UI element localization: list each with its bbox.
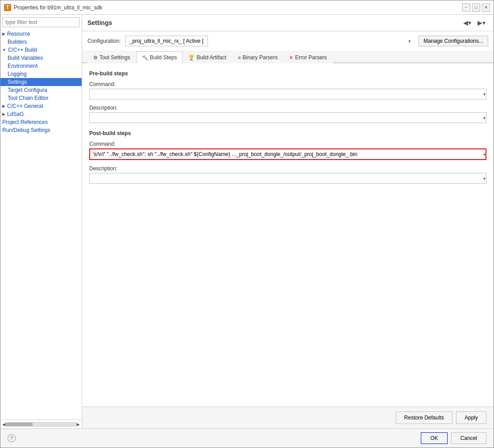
pre-build-command-label: Command:: [89, 81, 486, 87]
scrollbar-thumb[interactable]: [6, 423, 33, 426]
app-icon: T: [4, 4, 11, 11]
content-panel: Settings ◀▾ ▶▾ Configuration: _proj_ultr…: [82, 15, 494, 428]
apply-button[interactable]: Apply: [456, 411, 486, 424]
ok-button[interactable]: OK: [421, 432, 447, 444]
manage-configurations-button[interactable]: Manage Configurations...: [419, 36, 488, 46]
sidebar-item-target-configura[interactable]: Target Configura: [0, 86, 82, 94]
content-header: Settings ◀▾ ▶▾: [82, 15, 494, 31]
pre-build-description-dropdown-icon[interactable]: ▾: [483, 115, 486, 120]
pre-build-description-group: Description: ▾: [89, 105, 486, 123]
tab-build-artifact-label: Build Artifact: [196, 54, 226, 61]
tool-settings-icon: ⚙: [93, 55, 98, 61]
sidebar-item-tool-chain-editor[interactable]: Tool Chain Editor: [0, 94, 82, 102]
tab-binary-parsers-label: Binary Parsers: [243, 54, 278, 61]
tabs-bar: ⚙ Tool Settings 🔨 Build Steps 🏆 Build Ar…: [82, 51, 494, 63]
expand-icon: ▶: [2, 104, 5, 108]
config-label: Configuration:: [87, 38, 121, 44]
sidebar-item-project-references[interactable]: Project References: [0, 118, 82, 126]
sidebar-scrollbar[interactable]: ◀ ▶: [0, 419, 82, 428]
title-bar: T Properties for b91m_ultra_ll_mic_sdk −…: [0, 0, 494, 15]
error-parsers-icon: ✕: [289, 55, 293, 61]
pre-build-command-input[interactable]: [89, 89, 486, 99]
pre-build-title: Pre-build steps: [89, 70, 486, 77]
expand-icon: ▼: [2, 48, 6, 52]
pre-build-description-wrapper: ▾: [89, 112, 486, 123]
build-steps-icon: 🔨: [142, 55, 148, 61]
minimize-button[interactable]: −: [462, 4, 470, 12]
post-build-description-wrapper: ▾: [89, 173, 486, 184]
form-area: Pre-build steps Command: ▾ Description: …: [82, 63, 494, 407]
sidebar-item-logging[interactable]: Logging: [0, 70, 82, 78]
main-window: T Properties for b91m_ultra_ll_mic_sdk −…: [0, 0, 494, 448]
scroll-left-arrow[interactable]: ◀: [2, 422, 5, 427]
tab-error-parsers-label: Error Parsers: [295, 54, 327, 61]
post-build-command-label: Command:: [89, 141, 486, 147]
footer: ? OK Cancel: [0, 428, 494, 448]
tree-area: ▶ Resource Builders ▼ C/C++ Build Build …: [0, 30, 82, 419]
post-build-command-input[interactable]: [89, 148, 486, 160]
sidebar-item-builders[interactable]: Builders: [0, 38, 82, 46]
sidebar-item-build-variables[interactable]: Build Variables: [0, 54, 82, 62]
tab-tool-settings[interactable]: ⚙ Tool Settings: [87, 51, 136, 63]
pre-build-command-dropdown-icon[interactable]: ▾: [483, 92, 486, 97]
sidebar-item-ldsag[interactable]: ▶ LdSaG: [0, 110, 82, 118]
main-area: ▶ Resource Builders ▼ C/C++ Build Build …: [0, 15, 494, 428]
tab-tool-settings-label: Tool Settings: [100, 54, 130, 61]
post-build-command-wrapper: ▾: [89, 148, 486, 160]
build-artifact-icon: 🏆: [188, 55, 195, 61]
post-build-command-dropdown-icon[interactable]: ▾: [483, 152, 486, 157]
tab-build-steps-label: Build Steps: [150, 54, 177, 61]
tab-binary-parsers[interactable]: ≡ Binary Parsers: [232, 51, 283, 63]
post-build-description-input[interactable]: [89, 173, 486, 184]
pre-build-command-wrapper: ▾: [89, 89, 486, 99]
config-bar: Configuration: _proj_ultra_ll_mic_rx_ [ …: [82, 31, 494, 51]
pre-build-description-label: Description:: [89, 105, 486, 111]
filter-input[interactable]: [2, 17, 80, 27]
post-build-title: Post-build steps: [89, 130, 486, 136]
sidebar: ▶ Resource Builders ▼ C/C++ Build Build …: [0, 15, 82, 428]
tab-build-artifact[interactable]: 🏆 Build Artifact: [183, 51, 232, 63]
post-build-description-label: Description:: [89, 165, 486, 172]
tab-build-steps[interactable]: 🔨 Build Steps: [136, 51, 183, 63]
scrollbar-track[interactable]: [5, 422, 77, 427]
pre-build-section: Pre-build steps Command: ▾ Description: …: [89, 70, 486, 123]
sidebar-item-environment[interactable]: Environment: [0, 62, 82, 70]
sidebar-item-ccpp-general[interactable]: ▶ C/C++ General: [0, 102, 82, 110]
sidebar-item-resource[interactable]: ▶ Resource: [0, 30, 82, 38]
forward-button[interactable]: ▶▾: [475, 18, 488, 27]
sidebar-item-ccpp-build[interactable]: ▼ C/C++ Build: [0, 46, 82, 54]
window-title: Properties for b91m_ultra_ll_mic_sdk: [14, 4, 460, 11]
content-title: Settings: [87, 19, 112, 26]
restore-defaults-button[interactable]: Restore Defaults: [396, 411, 452, 424]
bottom-bar: Restore Defaults Apply: [82, 407, 494, 428]
scroll-right-arrow[interactable]: ▶: [77, 422, 80, 427]
tab-error-parsers[interactable]: ✕ Error Parsers: [283, 51, 332, 63]
config-select[interactable]: _proj_ultra_ll_mic_rx_ [ Active ]: [125, 36, 208, 46]
window-controls: − □ ✕: [462, 4, 490, 12]
maximize-button[interactable]: □: [472, 4, 480, 12]
post-build-description-group: Description: ▾: [89, 165, 486, 184]
expand-icon: ▶: [2, 112, 5, 116]
footer-buttons: OK Cancel: [421, 432, 486, 444]
nav-buttons: ◀▾ ▶▾: [461, 18, 488, 27]
back-button[interactable]: ◀▾: [461, 18, 474, 27]
sidebar-item-settings[interactable]: Settings: [0, 78, 82, 86]
close-button[interactable]: ✕: [482, 4, 490, 12]
pre-build-description-input[interactable]: [89, 112, 486, 123]
cancel-button[interactable]: Cancel: [451, 432, 486, 444]
pre-build-command-group: Command: ▾: [89, 81, 486, 99]
post-build-description-dropdown-icon[interactable]: ▾: [483, 176, 486, 181]
post-build-section: Post-build steps Command: ▾ Description:…: [89, 130, 486, 184]
sidebar-item-run-debug-settings[interactable]: Run/Debug Settings: [0, 126, 82, 134]
expand-icon: ▶: [2, 32, 5, 36]
help-button[interactable]: ?: [8, 434, 16, 442]
binary-parsers-icon: ≡: [238, 55, 241, 60]
post-build-command-group: Command: ▾: [89, 141, 486, 160]
config-select-wrapper: _proj_ultra_ll_mic_rx_ [ Active ]: [125, 36, 414, 46]
